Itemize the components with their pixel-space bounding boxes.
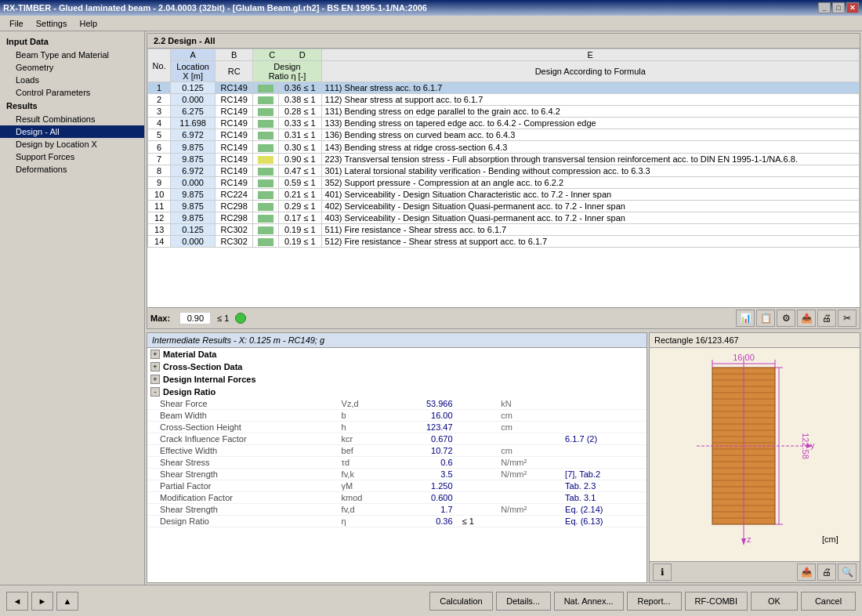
material-label: Material Data xyxy=(163,350,216,359)
col-b-header: B xyxy=(215,49,252,61)
table-row[interactable]: 13 xyxy=(148,224,171,236)
table-row[interactable]: 4 xyxy=(148,118,171,129)
print-button[interactable]: 🖨 xyxy=(817,310,836,327)
design-row-symbol: η xyxy=(337,516,393,527)
expand-design-ratio[interactable]: - xyxy=(150,387,160,397)
table-button[interactable]: 📋 xyxy=(756,310,775,327)
cross-section-panel: Rectangle 16/123.467 16.00 xyxy=(649,332,860,583)
col-location-header: LocationX [m] xyxy=(171,61,216,82)
sidebar-item-support-forces[interactable]: Support Forces xyxy=(0,150,144,163)
top-section: 2.2 Design - All No. A B C D E Loc xyxy=(147,33,860,329)
table-toolbar: Max: 0.90 ≤ 1 📊 📋 ⚙ 📤 🖨 ✂ xyxy=(147,307,860,328)
cross-section-svg: 16.00 xyxy=(650,348,853,552)
table-row[interactable]: 6 xyxy=(148,141,171,153)
table-row[interactable]: 5 xyxy=(148,129,171,141)
sidebar-item-beam-type[interactable]: Beam Type and Material xyxy=(0,49,144,61)
design-row-symbol: kcr xyxy=(337,433,393,445)
settings-button[interactable]: ⚙ xyxy=(777,310,795,327)
sidebar-item-deformations[interactable]: Deformations xyxy=(0,163,144,176)
sidebar-item-loads[interactable]: Loads xyxy=(0,74,144,86)
nav-forward-button[interactable]: ► xyxy=(31,592,53,611)
table-row[interactable]: 14 xyxy=(148,236,171,248)
ok-button[interactable]: OK xyxy=(751,592,798,611)
design-row-unit: N/mm² xyxy=(496,504,560,516)
table-row[interactable]: 12 xyxy=(148,212,171,224)
design-row-ref: Tab. 2.3 xyxy=(560,480,646,492)
maximize-button[interactable]: □ xyxy=(832,2,845,13)
more-button[interactable]: ✂ xyxy=(838,310,857,327)
design-row-value: 53.966 xyxy=(392,398,457,410)
col-design-header: DesignRatio η [-] xyxy=(253,61,321,82)
design-row-value: 16.00 xyxy=(392,410,457,422)
expand-cross-section[interactable]: + xyxy=(150,362,160,371)
design-row-symbol: τd xyxy=(337,457,393,469)
table-row[interactable]: 3 xyxy=(148,106,171,118)
title-bar: RX-TIMBER - Glued laminated beam - 2.04.… xyxy=(0,0,862,16)
table-row[interactable]: 8 xyxy=(148,165,171,176)
report-button[interactable]: Report... xyxy=(627,592,682,611)
design-row-name: Shear Force xyxy=(147,398,337,410)
design-ratio-label: Design Ratio xyxy=(163,387,216,397)
design-row-ref xyxy=(560,445,646,457)
menu-file[interactable]: File xyxy=(3,17,30,30)
tree-design-ratio[interactable]: - Design Ratio xyxy=(147,386,646,398)
cross-section-zoom-button[interactable]: 🔍 xyxy=(838,563,857,581)
cross-section-canvas: 16.00 xyxy=(650,348,860,561)
status-indicator xyxy=(235,313,246,324)
tree-internal-forces[interactable]: + Design Internal Forces xyxy=(147,373,646,386)
right-content: 2.2 Design - All No. A B C D E Loc xyxy=(145,31,862,585)
table-row[interactable]: 1 xyxy=(148,82,171,94)
expand-internal-forces[interactable]: + xyxy=(150,375,160,384)
data-table-wrapper[interactable]: No. A B C D E LocationX [m] RC DesignRat… xyxy=(147,49,860,307)
design-row-unit: N/mm² xyxy=(496,457,560,469)
cancel-button[interactable]: Cancel xyxy=(801,592,856,611)
design-row-unit: cm xyxy=(496,445,560,457)
left-panel: Input Data Beam Type and Material Geomet… xyxy=(0,31,145,585)
design-row-name: Partial Factor xyxy=(147,480,337,492)
minimize-button[interactable]: _ xyxy=(818,2,831,13)
sidebar-item-control-params[interactable]: Control Parameters xyxy=(0,86,144,99)
design-row-unit: cm xyxy=(496,422,560,433)
tree-cross-section[interactable]: + Cross-Section Data xyxy=(147,361,646,373)
cross-section-info-button[interactable]: ℹ xyxy=(653,563,672,581)
sidebar-item-design-by-location[interactable]: Design by Location X xyxy=(0,138,144,150)
tree-material-data[interactable]: + Material Data xyxy=(147,348,646,361)
bottom-buttons: Calculation Details... Nat. Annex... Rep… xyxy=(429,592,856,611)
design-row-ref: Eq. (6.13) xyxy=(560,516,646,527)
design-row-symbol: b xyxy=(337,410,393,422)
main-layout: Input Data Beam Type and Material Geomet… xyxy=(0,31,862,585)
details-button[interactable]: Details... xyxy=(496,592,551,611)
svg-marker-38 xyxy=(741,538,746,545)
rf-combi-button[interactable]: RF-COMBI xyxy=(685,592,748,611)
menu-help[interactable]: Help xyxy=(73,17,103,30)
design-row-ref xyxy=(560,422,646,433)
design-row-value: 1.7 xyxy=(392,504,457,516)
sidebar-item-design-all[interactable]: Design - All xyxy=(0,125,144,138)
nat-annex-button[interactable]: Nat. Annex... xyxy=(554,592,624,611)
table-row[interactable]: 9 xyxy=(148,176,171,188)
design-row-unit xyxy=(496,433,560,445)
design-row-ref: 6.1.7 (2) xyxy=(560,433,646,445)
table-row[interactable]: 2 xyxy=(148,94,171,106)
cross-section-print-button[interactable]: 🖨 xyxy=(817,563,836,581)
col-rc-header: RC xyxy=(215,61,252,82)
design-row-unit: cm xyxy=(496,410,560,422)
graph-button[interactable]: 📊 xyxy=(736,310,755,327)
design-row-unit: N/mm² xyxy=(496,469,560,480)
table-row[interactable]: 7 xyxy=(148,153,171,165)
export-button[interactable]: 📤 xyxy=(797,310,816,327)
sidebar-item-geometry[interactable]: Geometry xyxy=(0,61,144,74)
col-no: No. xyxy=(148,49,171,82)
expand-material[interactable]: + xyxy=(150,350,160,359)
table-row[interactable]: 11 xyxy=(148,200,171,212)
nav-up-button[interactable]: ▲ xyxy=(56,592,78,611)
cross-section-export-button[interactable]: 📤 xyxy=(797,563,816,581)
table-row[interactable]: 10 xyxy=(148,188,171,200)
sidebar-item-result-combinations[interactable]: Result Combinations xyxy=(0,113,144,125)
calculation-button[interactable]: Calculation xyxy=(429,592,492,611)
close-button[interactable]: ✕ xyxy=(846,2,859,13)
menu-settings[interactable]: Settings xyxy=(30,17,74,30)
nav-back-button[interactable]: ◄ xyxy=(6,592,28,611)
design-row-name: Crack Influence Factor xyxy=(147,433,337,445)
design-row-unit xyxy=(496,480,560,492)
